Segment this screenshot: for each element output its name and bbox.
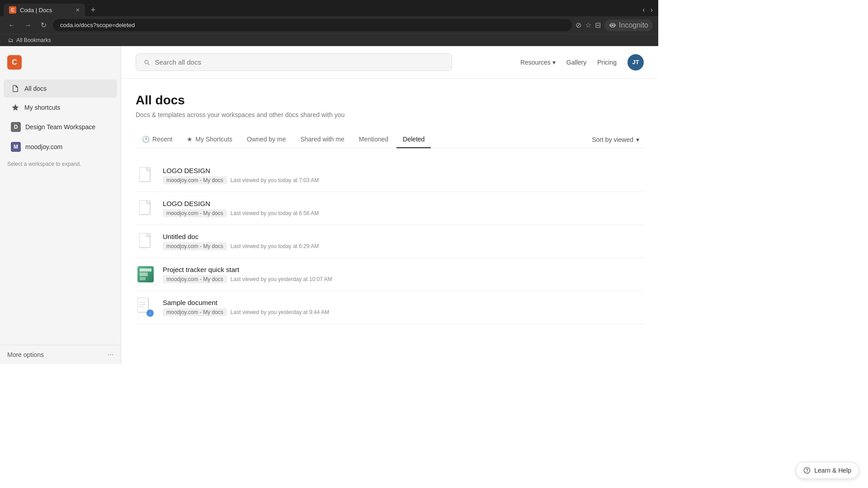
header-links: Resources ▾ Gallery Pricing JT [520, 54, 644, 70]
doc-meta: moodjoy.com - My docs Last viewed by you… [163, 275, 644, 283]
user-avatar[interactable]: JT [627, 54, 644, 70]
doc-info: Sample document moodjoy.com - My docs La… [163, 299, 644, 316]
tab-mentioned-label: Mentioned [359, 136, 388, 143]
main-header: Resources ▾ Gallery Pricing JT [121, 46, 658, 79]
doc-name: LOGO DESIGN [163, 167, 644, 174]
sidebar-item-moodjoy[interactable]: M moodjoy.com [4, 137, 117, 156]
browser-chrome: C Coda | Docs × + ‹ › ← → ↻ ⊘ ☆ ⊟ Incogn… [0, 0, 658, 46]
tab-nav-next[interactable]: › [649, 4, 655, 16]
doc-meta: moodjoy.com - My docs Last viewed by you… [163, 242, 644, 250]
resources-link[interactable]: Resources ▾ [520, 59, 556, 66]
doc-name: Untitled doc [163, 233, 644, 240]
page-content: All docs Docs & templates across your wo… [121, 79, 658, 335]
doc-meta: moodjoy.com - My docs Last viewed by you… [163, 308, 644, 316]
all-docs-icon [11, 84, 20, 93]
tab-deleted[interactable]: Deleted [396, 131, 431, 148]
address-bar[interactable] [53, 19, 572, 31]
doc-icon-wrap [136, 231, 156, 251]
sort-chevron-icon: ▾ [636, 136, 639, 143]
doc-item[interactable]: LOGO DESIGN moodjoy.com - My docs Last v… [136, 159, 644, 192]
new-tab-button[interactable]: + [87, 4, 99, 16]
doc-item[interactable]: Untitled doc moodjoy.com - My docs Last … [136, 225, 644, 258]
sample-doc-icon: ↓ [137, 298, 154, 317]
tabs-bar: 🕐 Recent ★ My Shortcuts Owned by me Shar… [136, 131, 644, 148]
incognito-badge[interactable]: Incognito [604, 19, 653, 31]
tab-title: Coda | Docs [20, 7, 72, 14]
tab-owned-label: Owned by me [247, 136, 286, 143]
tab-nav-prev[interactable]: ‹ [641, 4, 646, 16]
more-dots-icon[interactable]: ··· [108, 351, 113, 359]
bookmarks-label: All Bookmarks [16, 37, 51, 43]
bookmark-icon[interactable]: ☆ [585, 21, 591, 29]
browser-tabs: C Coda | Docs × + ‹ › [0, 0, 658, 16]
sidebar-more-options[interactable]: More options ··· [0, 345, 121, 364]
doc-item[interactable]: ↓ Sample document moodjoy.com - My docs … [136, 291, 644, 324]
doc-icon-wrap [136, 198, 156, 218]
clock-icon: 🕐 [142, 136, 150, 143]
svg-rect-3 [137, 298, 148, 312]
sidebar-item-design-team[interactable]: D Design Team Workspace [4, 117, 117, 136]
doc-icon-wrap: ↓ [136, 297, 156, 317]
doc-item[interactable]: LOGO DESIGN moodjoy.com - My docs Last v… [136, 192, 644, 225]
tab-shared-with-me[interactable]: Shared with me [294, 131, 350, 148]
incognito-label: Incognito [619, 21, 648, 29]
bookmarks-bar: 🗂 All Bookmarks [0, 34, 658, 46]
doc-item[interactable]: Project tracker quick start moodjoy.com … [136, 258, 644, 291]
main-content: Resources ▾ Gallery Pricing JT All docs … [121, 46, 658, 364]
doc-file-icon [139, 233, 152, 249]
doc-meta: moodjoy.com - My docs Last viewed by you… [163, 209, 644, 217]
incognito-icon [609, 22, 616, 29]
forward-button[interactable]: → [22, 19, 34, 31]
sort-dropdown[interactable]: Sort by viewed ▾ [587, 133, 644, 146]
back-button[interactable]: ← [5, 19, 18, 31]
gallery-link[interactable]: Gallery [566, 59, 586, 66]
tab-close-button[interactable]: × [76, 6, 80, 14]
design-team-label: Design Team Workspace [25, 123, 95, 131]
tab-deleted-label: Deleted [403, 136, 425, 143]
sidebar-item-my-shortcuts[interactable]: My shortcuts [4, 99, 117, 117]
doc-info: LOGO DESIGN moodjoy.com - My docs Last v… [163, 167, 644, 184]
resources-label: Resources [520, 59, 551, 66]
sidebar: C All docs My shortcuts D Design Team Wo… [0, 46, 121, 364]
all-docs-label: All docs [24, 85, 47, 92]
doc-file-icon [139, 200, 152, 216]
doc-last-viewed: Last viewed by you yesterday at 9:44 AM [231, 309, 329, 315]
tab-my-shortcuts[interactable]: ★ My Shortcuts [180, 131, 239, 148]
design-team-letter: D [11, 122, 21, 132]
resources-chevron-icon: ▾ [552, 59, 556, 66]
doc-icon-wrap [136, 165, 156, 185]
hide-eye-icon[interactable]: ⊘ [576, 21, 581, 29]
sidebar-logo: C [0, 50, 121, 75]
browser-tab[interactable]: C Coda | Docs × [4, 4, 85, 16]
doc-name: Project tracker quick start [163, 266, 644, 273]
page-subtitle: Docs & templates across your workspaces … [136, 111, 644, 118]
doc-workspace-tag: moodjoy.com - My docs [163, 308, 227, 316]
browser-toolbar: ← → ↻ ⊘ ☆ ⊟ Incognito [0, 16, 658, 34]
tab-my-shortcuts-label: My Shortcuts [195, 136, 232, 143]
search-bar[interactable] [136, 53, 452, 71]
doc-last-viewed: Last viewed by you today at 7:03 AM [231, 177, 319, 183]
doc-workspace-tag: moodjoy.com - My docs [163, 275, 227, 283]
search-input[interactable] [155, 58, 444, 66]
all-bookmarks-link[interactable]: 🗂 All Bookmarks [5, 36, 54, 44]
doc-workspace-tag: moodjoy.com - My docs [163, 209, 227, 217]
doc-icon-wrap [136, 264, 156, 284]
doc-name: LOGO DESIGN [163, 200, 644, 207]
tab-owned-by-me[interactable]: Owned by me [241, 131, 292, 148]
sidebar-item-all-docs[interactable]: All docs [4, 80, 117, 98]
tab-recent[interactable]: 🕐 Recent [136, 131, 179, 148]
moodjoy-label: moodjoy.com [25, 143, 62, 150]
sidebar-toggle-icon[interactable]: ⊟ [595, 21, 601, 29]
doc-last-viewed: Last viewed by you today at 6:56 AM [231, 210, 319, 216]
doc-last-viewed: Last viewed by you today at 6:29 AM [231, 243, 319, 249]
doc-name: Sample document [163, 299, 644, 306]
toolbar-actions: ⊘ ☆ ⊟ Incognito [576, 19, 653, 31]
page-title: All docs [136, 93, 644, 108]
search-icon [143, 59, 150, 66]
moodjoy-letter: M [11, 142, 21, 152]
refresh-button[interactable]: ↻ [38, 19, 49, 31]
tab-nav: ‹ › [641, 4, 655, 16]
pricing-link[interactable]: Pricing [597, 59, 617, 66]
tab-mentioned[interactable]: Mentioned [353, 131, 395, 148]
tab-recent-label: Recent [152, 136, 172, 143]
